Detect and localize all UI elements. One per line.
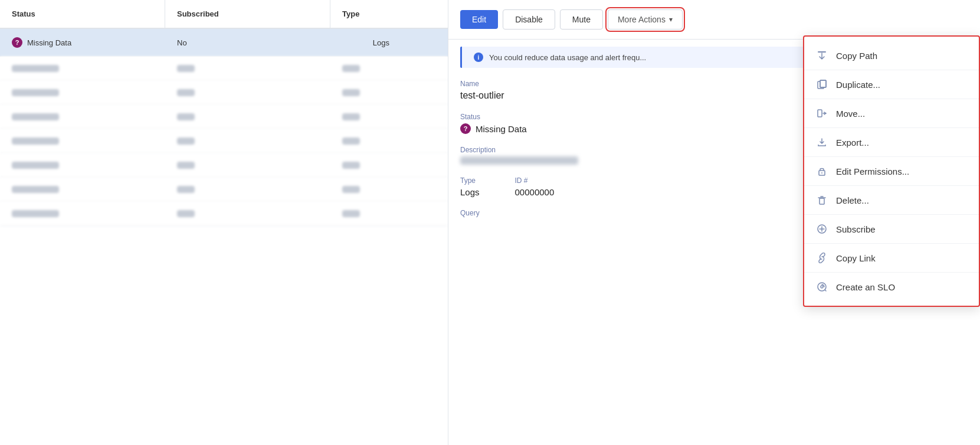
more-actions-dropdown: Copy Path Duplicate... Move... [803, 35, 980, 307]
lock-icon [816, 165, 828, 177]
subscribed-cell: No [165, 30, 330, 55]
more-actions-button[interactable]: More Actions ▾ [608, 9, 683, 30]
subscribed-cell [165, 129, 330, 153]
status-cell: ? Missing Data [0, 29, 165, 56]
copy-link-label: Copy Link [836, 253, 876, 263]
chevron-down-icon: ▾ [669, 15, 673, 24]
id-value: 00000000 [515, 187, 555, 197]
toolbar: Edit Disable Mute More Actions ▾ [448, 0, 980, 40]
export-icon [816, 136, 828, 148]
table-row[interactable] [0, 57, 448, 81]
table-row[interactable] [0, 129, 448, 153]
status-cell [0, 202, 165, 225]
copy-link-item[interactable]: Copy Link [804, 244, 979, 273]
type-value: Logs [460, 187, 480, 197]
svg-point-10 [821, 286, 823, 288]
move-label: Move... [836, 109, 865, 119]
subscribe-label: Subscribe [836, 224, 876, 234]
col-type: Type [330, 0, 401, 28]
svg-rect-4 [818, 110, 822, 117]
table-row[interactable] [0, 202, 448, 226]
table-row[interactable] [0, 81, 448, 105]
detail-panel: Edit Disable Mute More Actions ▾ i You c… [448, 0, 980, 445]
subscribed-cell [165, 57, 330, 80]
delete-label: Delete... [836, 195, 869, 205]
status-cell [0, 57, 165, 80]
description-blurred [460, 156, 578, 165]
id-field: ID # 00000000 [515, 176, 555, 209]
svg-rect-7 [820, 198, 824, 204]
subscribed-cell [165, 81, 330, 104]
type-cell [330, 153, 401, 177]
status-cell [0, 105, 165, 129]
copy-path-label: Copy Path [836, 51, 877, 61]
copy-path-icon [816, 50, 828, 61]
type-cell [330, 105, 401, 129]
type-cell [330, 202, 401, 225]
id-label: ID # [515, 176, 555, 185]
type-cell [330, 129, 401, 153]
status-cell [0, 153, 165, 177]
export-label: Export... [836, 138, 869, 148]
subscribed-cell [165, 178, 330, 201]
more-actions-label: More Actions [618, 15, 666, 24]
svg-rect-0 [818, 51, 826, 53]
col-status: Status [0, 0, 165, 28]
table-header: Status Subscribed Type [0, 0, 448, 29]
subscribed-cell [165, 153, 330, 177]
table-row[interactable] [0, 153, 448, 178]
edit-permissions-item[interactable]: Edit Permissions... [804, 157, 979, 186]
type-cell: Logs [330, 30, 401, 55]
col-subscribed: Subscribed [165, 0, 330, 28]
table-row[interactable]: ? Missing Data No Logs [0, 29, 448, 57]
trash-icon [816, 194, 828, 206]
info-icon: i [474, 53, 483, 62]
edit-button[interactable]: Edit [460, 10, 498, 29]
link-icon [816, 252, 828, 264]
status-cell [0, 129, 165, 153]
move-icon [816, 107, 828, 119]
type-cell [330, 81, 401, 104]
create-slo-item[interactable]: Create an SLO [804, 273, 979, 301]
svg-point-6 [821, 172, 822, 174]
table-row[interactable] [0, 105, 448, 129]
type-field: Type Logs [460, 176, 480, 209]
status-field-value: Missing Data [476, 124, 527, 134]
svg-rect-2 [820, 80, 826, 87]
duplicate-icon [816, 78, 828, 90]
subscribe-item[interactable]: Subscribe [804, 215, 979, 244]
status-cell [0, 81, 165, 104]
table-row[interactable] [0, 178, 448, 202]
type-cell [330, 57, 401, 80]
delete-item[interactable]: Delete... [804, 186, 979, 215]
info-text: You could reduce data usage and alert fr… [489, 53, 646, 62]
type-cell [330, 178, 401, 201]
status-cell [0, 178, 165, 201]
status-label: Missing Data [27, 38, 71, 47]
duplicate-label: Duplicate... [836, 80, 880, 90]
duplicate-item[interactable]: Duplicate... [804, 70, 979, 99]
subscribed-cell [165, 202, 330, 225]
disable-button[interactable]: Disable [503, 9, 555, 30]
alerts-table: Status Subscribed Type ? Missing Data No… [0, 0, 448, 445]
missing-data-icon: ? [12, 37, 22, 48]
edit-permissions-label: Edit Permissions... [836, 166, 909, 176]
mute-button[interactable]: Mute [560, 9, 603, 30]
subscribe-icon [816, 223, 828, 235]
export-item[interactable]: Export... [804, 128, 979, 157]
subscribed-cell [165, 105, 330, 129]
create-slo-label: Create an SLO [836, 282, 895, 292]
status-missing-icon: ? [460, 123, 471, 134]
slo-icon [816, 281, 828, 293]
copy-path-item[interactable]: Copy Path [804, 41, 979, 70]
move-item[interactable]: Move... [804, 99, 979, 128]
type-label: Type [460, 176, 480, 185]
